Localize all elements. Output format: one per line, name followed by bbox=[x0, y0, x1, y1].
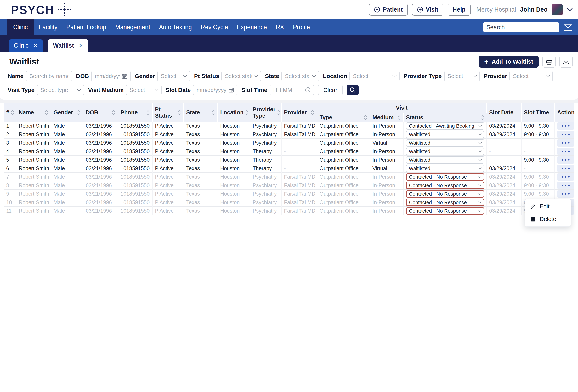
add-patient-button[interactable]: Patient bbox=[369, 4, 408, 16]
nav-item-rev-cycle[interactable]: Rev Cycle bbox=[196, 19, 232, 35]
context-menu-edit[interactable]: Edit bbox=[525, 200, 571, 213]
row-actions-button[interactable] bbox=[557, 165, 574, 172]
column-header-phone[interactable]: Phone bbox=[118, 103, 153, 122]
visit-status-select[interactable]: Waitlisted bbox=[406, 131, 484, 138]
waitlist-screen: { "topbar": { "logo": "PSYCH", "patient_… bbox=[0, 0, 578, 392]
state-select[interactable]: Select state bbox=[282, 71, 319, 82]
gender-select[interactable]: Select bbox=[157, 71, 190, 82]
tab-clinic[interactable]: Clinic✕ bbox=[9, 39, 43, 52]
cell-location: Houston bbox=[218, 207, 250, 215]
cell-dob: 03/21/1996 bbox=[84, 198, 118, 207]
cell-slot-time: 9:00 - 9:30 bbox=[522, 122, 555, 130]
cell-gender: Male bbox=[51, 164, 84, 173]
provider-type-select[interactable]: Select bbox=[444, 71, 480, 82]
cell-slot-date: 03/29/2024 bbox=[487, 207, 522, 215]
nav-item-rx[interactable]: RX bbox=[271, 19, 289, 35]
column-header-state[interactable]: State bbox=[184, 103, 218, 122]
filter-label: Slot Date bbox=[166, 87, 191, 93]
help-button[interactable]: Help bbox=[448, 4, 471, 16]
nav-item-management[interactable]: Management bbox=[111, 19, 154, 35]
cell-gender: Male bbox=[51, 207, 84, 215]
column-header-gender[interactable]: Gender bbox=[51, 103, 84, 122]
cell-location: Houston bbox=[218, 139, 250, 147]
add-to-waitlist-button[interactable]: + Add To Waitlist bbox=[479, 56, 539, 68]
visit-status-select[interactable]: Waitlisted bbox=[406, 139, 484, 147]
nav-item-auto-texting[interactable]: Auto Texting bbox=[154, 19, 196, 35]
mail-icon[interactable] bbox=[563, 24, 573, 31]
cell-action bbox=[555, 164, 574, 173]
column-header-location[interactable]: Location bbox=[218, 103, 250, 122]
cell-state: Texas bbox=[184, 173, 218, 181]
column-header-status[interactable]: Status bbox=[404, 113, 487, 122]
column-header-provider-type[interactable]: Provider Type bbox=[250, 103, 282, 122]
slot-date-date-input[interactable]: mm/dd/yyyy bbox=[193, 85, 238, 95]
download-button[interactable] bbox=[559, 56, 573, 68]
visit-status-select[interactable]: Contacted - No Response bbox=[406, 173, 484, 180]
nav-item-profile[interactable]: Profile bbox=[289, 19, 315, 35]
visit-status-select[interactable]: Contacted - No Response bbox=[406, 199, 484, 206]
add-visit-button[interactable]: Visit bbox=[412, 4, 443, 16]
visit-medium-select[interactable]: Select bbox=[126, 85, 162, 95]
row-actions-button[interactable] bbox=[557, 181, 574, 189]
name-input[interactable] bbox=[26, 71, 72, 82]
filter-provider-type: Provider TypeSelect bbox=[404, 71, 480, 82]
column-header-medium[interactable]: Medium bbox=[370, 113, 404, 122]
row-actions-button[interactable] bbox=[557, 173, 574, 181]
context-menu-delete[interactable]: Delete bbox=[525, 213, 571, 225]
cell-phone: 1018591550 bbox=[118, 207, 153, 215]
filter-label: Visit Medium bbox=[88, 87, 124, 93]
nav-item-facility[interactable]: Facility bbox=[34, 19, 62, 35]
row-actions-button[interactable] bbox=[557, 156, 574, 164]
cell-location: Houston bbox=[218, 130, 250, 139]
print-button[interactable] bbox=[542, 56, 556, 68]
column-header-pt-status[interactable]: Pt Status bbox=[153, 103, 184, 122]
filter-location: LocationSelect bbox=[323, 71, 400, 82]
visit-type-select[interactable]: Select type bbox=[37, 85, 84, 95]
nav-item-experience[interactable]: Experience bbox=[232, 19, 271, 35]
slot-time-time-input[interactable]: HH:MM bbox=[270, 85, 314, 95]
user-name: John Deo bbox=[520, 6, 547, 13]
visit-status-select[interactable]: Contacted - Awaiting Booking bbox=[406, 122, 484, 130]
app-logo[interactable]: PSYCH bbox=[11, 3, 66, 17]
column-header-type[interactable]: Type bbox=[317, 113, 370, 122]
chevron-down-icon[interactable] bbox=[567, 8, 573, 11]
row-actions-button[interactable] bbox=[557, 148, 574, 155]
row-actions-button[interactable] bbox=[557, 122, 574, 130]
column-header-provider[interactable]: Provider bbox=[282, 103, 317, 122]
visit-status-select[interactable]: Contacted - No Response bbox=[406, 207, 484, 215]
placeholder-text: Select state bbox=[285, 73, 310, 79]
visit-status-value: Waitlisted bbox=[409, 131, 431, 137]
visit-status-select[interactable]: Waitlisted bbox=[406, 165, 484, 172]
global-search-input[interactable] bbox=[483, 22, 559, 32]
visit-status-select[interactable]: Waitlisted bbox=[406, 148, 484, 155]
visit-status-select[interactable]: Contacted - No Response bbox=[406, 190, 484, 198]
row-actions-button[interactable] bbox=[557, 139, 574, 147]
dob-date-input[interactable]: mm/dd/yyyy bbox=[91, 71, 131, 82]
pt-status-select[interactable]: Select status bbox=[221, 71, 261, 82]
tab-close-icon[interactable]: ✕ bbox=[79, 43, 83, 48]
visit-status-select[interactable]: Contacted - No Response bbox=[406, 182, 484, 189]
filter-state: StateSelect state bbox=[265, 71, 319, 82]
row-actions-button[interactable] bbox=[557, 131, 574, 138]
column-header-dob[interactable]: DOB bbox=[84, 103, 118, 122]
cell-num: 3 bbox=[4, 139, 16, 147]
nav-item-clinic[interactable]: Clinic bbox=[6, 19, 34, 35]
context-menu-delete-label: Delete bbox=[539, 216, 556, 222]
row-actions-button[interactable] bbox=[557, 190, 574, 198]
location-select[interactable]: Select bbox=[349, 71, 400, 82]
tab-close-icon[interactable]: ✕ bbox=[33, 43, 38, 48]
user-avatar[interactable] bbox=[552, 4, 563, 15]
cell-action bbox=[555, 130, 574, 139]
cell-action bbox=[555, 147, 574, 156]
provider-select[interactable]: Select bbox=[509, 71, 553, 82]
clear-filters-button[interactable]: Clear bbox=[318, 85, 343, 95]
cell-dob: 03/21/1996 bbox=[84, 147, 118, 156]
nav-item-patient-lookup[interactable]: Patient Lookup bbox=[62, 19, 111, 35]
visit-status-select[interactable]: Waitlisted bbox=[406, 156, 484, 164]
column-header-name[interactable]: Name bbox=[16, 103, 51, 122]
apply-search-button[interactable] bbox=[346, 85, 359, 95]
tab-waitlist[interactable]: Waitlist✕ bbox=[48, 39, 88, 52]
cell-provider-type: Psychiatry bbox=[250, 207, 282, 215]
column-header-[interactable]: # bbox=[4, 103, 16, 122]
filter-pt-status: Pt StatusSelect status bbox=[194, 71, 261, 82]
